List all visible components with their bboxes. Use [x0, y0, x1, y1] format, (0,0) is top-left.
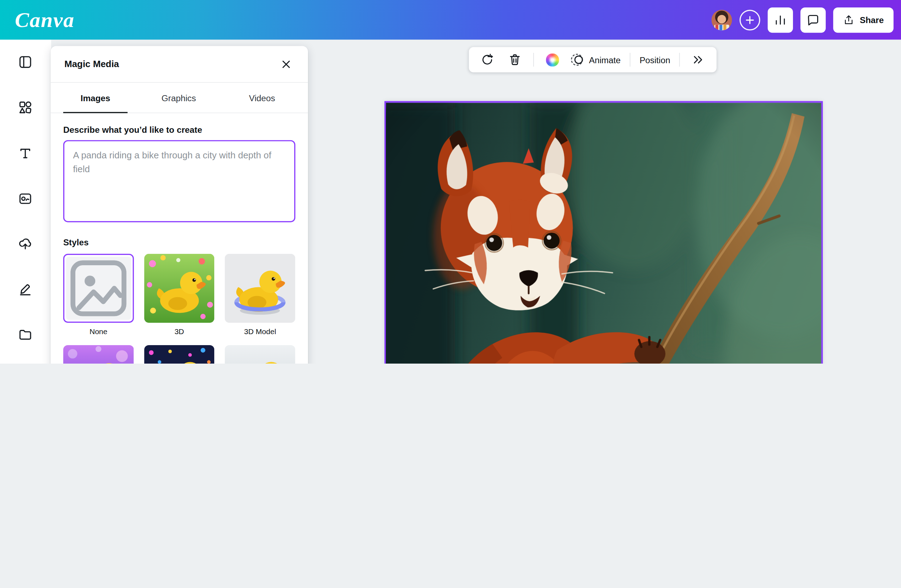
context-toolbar: Animate Position: [469, 47, 717, 72]
position-label: Position: [639, 55, 670, 64]
animate-icon: [571, 53, 585, 67]
plus-icon: [745, 14, 755, 25]
chat-bubble-icon: [806, 13, 820, 26]
style-option-dreamy[interactable]: Dreamy: [63, 345, 134, 364]
panel-header: Magic Media: [50, 46, 308, 83]
elements-icon: [18, 100, 33, 115]
style-thumb-photo[interactable]: [225, 345, 295, 364]
panel-title: Magic Media: [64, 59, 119, 69]
style-option-3d[interactable]: 3D: [144, 254, 214, 336]
close-icon: [280, 58, 292, 70]
uploads-icon: [18, 236, 33, 251]
sidebar-item-uploads[interactable]: [13, 231, 38, 256]
draw-icon: [18, 282, 33, 297]
generated-image[interactable]: [384, 101, 823, 364]
style-thumb-retrowave[interactable]: [144, 345, 214, 364]
magic-media-panel: Magic Media Images Graphics Videos Descr…: [50, 46, 308, 364]
tab-graphics[interactable]: Graphics: [147, 83, 211, 112]
tab-videos[interactable]: Videos: [230, 83, 294, 112]
toolbar-divider: [679, 53, 680, 67]
sidebar-item-draw[interactable]: [13, 276, 38, 302]
top-bar: Canva: [0, 0, 901, 40]
describe-label: Describe what you’d like to create: [63, 124, 295, 134]
projects-icon: [18, 327, 33, 342]
style-thumb-3d-model[interactable]: [225, 254, 295, 323]
position-button[interactable]: Position: [636, 50, 673, 69]
panel-body: Describe what you’d like to create Style…: [50, 113, 308, 364]
style-option-label: 3D Model: [244, 327, 276, 336]
sidebar-item-text[interactable]: [13, 141, 38, 166]
export-icon: [843, 14, 854, 26]
insights-button[interactable]: [768, 7, 793, 32]
add-button[interactable]: [740, 9, 760, 30]
style-option-retrowave[interactable]: Retrowave: [144, 345, 214, 364]
comments-button[interactable]: [800, 7, 826, 32]
sidebar-item-elements[interactable]: [13, 95, 38, 120]
panel-tabs: Images Graphics Videos: [50, 83, 308, 113]
more-tools-button[interactable]: [686, 50, 711, 69]
close-button[interactable]: [278, 56, 294, 72]
color-wheel-icon: [546, 53, 559, 66]
toolbar-divider: [630, 53, 631, 67]
top-bar-actions: Share: [712, 7, 893, 32]
sidebar-item-design[interactable]: [13, 49, 38, 75]
delete-button[interactable]: [502, 50, 528, 69]
style-option-label: None: [89, 327, 107, 336]
share-button[interactable]: Share: [834, 7, 893, 32]
styles-grid: None: [63, 254, 295, 364]
styles-label: Styles: [63, 237, 295, 247]
animate-button[interactable]: Animate: [567, 50, 624, 69]
sidebar-item-projects[interactable]: [13, 322, 38, 347]
avatar[interactable]: [712, 9, 732, 30]
double-chevron-icon: [691, 53, 705, 67]
style-option-none[interactable]: None: [63, 254, 134, 336]
style-thumb-3d[interactable]: [144, 254, 214, 323]
sidebar-item-brand[interactable]: [13, 186, 38, 211]
canva-logo[interactable]: Canva: [15, 9, 75, 31]
toolbar-divider: [533, 53, 534, 67]
trash-icon: [508, 53, 522, 67]
regenerate-button[interactable]: [475, 50, 500, 69]
color-button[interactable]: [540, 50, 565, 69]
tab-images[interactable]: Images: [63, 83, 128, 112]
sidebar: [0, 40, 51, 364]
design-icon: [18, 55, 33, 70]
animate-label: Animate: [589, 55, 621, 64]
canva-editor: Canva: [0, 0, 901, 364]
style-option-photo[interactable]: Photo: [225, 345, 295, 364]
style-thumb-none[interactable]: [63, 254, 134, 323]
red-panda-image: [386, 103, 821, 364]
avatar-image: [712, 9, 732, 30]
brand-icon: [18, 191, 33, 206]
text-icon: [18, 146, 33, 161]
style-thumb-dreamy[interactable]: [63, 345, 134, 364]
style-option-3d-model[interactable]: 3D Model: [225, 254, 295, 336]
image-placeholder-icon: [66, 257, 131, 320]
prompt-textarea[interactable]: [63, 140, 295, 222]
style-option-label: 3D: [175, 327, 184, 336]
regenerate-icon: [480, 53, 494, 67]
bar-chart-icon: [773, 13, 787, 26]
share-label: Share: [860, 15, 884, 25]
